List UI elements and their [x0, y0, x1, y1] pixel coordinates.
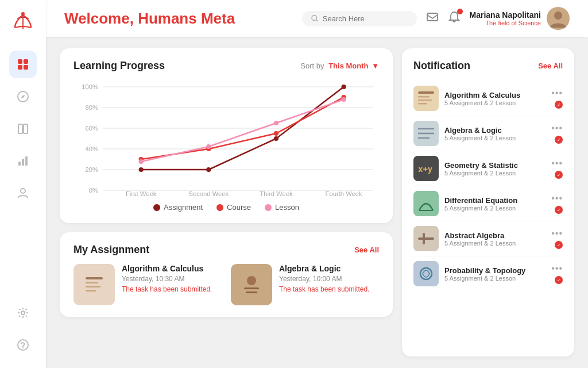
- learning-progress-card: Learning Progress Sort by This Month ▼: [60, 48, 393, 223]
- assignment-thumb-1: [231, 264, 272, 305]
- svg-point-1: [21, 12, 25, 16]
- svg-text:40%: 40%: [85, 145, 98, 152]
- notif-menu-icon-1[interactable]: •••: [551, 123, 563, 133]
- sidebar-item-analytics[interactable]: [9, 147, 37, 175]
- sidebar-item-help[interactable]: [9, 331, 37, 359]
- sidebar-item-settings[interactable]: [9, 299, 37, 327]
- svg-rect-63: [413, 261, 439, 286]
- sidebar-item-library[interactable]: [9, 115, 37, 143]
- legend-label-assignment: Assignment: [164, 203, 203, 212]
- svg-point-15: [18, 340, 28, 350]
- notif-actions-2: •••: [551, 158, 563, 179]
- notifications-icon[interactable]: [448, 11, 461, 26]
- lesson-line: [141, 99, 344, 162]
- assignment-status-0: The task has been submitted.: [122, 285, 212, 293]
- notif-info-0: Algorithm & Calculus 5 Assignment & 2 Le…: [444, 91, 546, 106]
- notif-name-3: Differential Equation: [444, 196, 546, 205]
- svg-rect-46: [246, 292, 257, 293]
- svg-text:100%: 100%: [82, 83, 98, 90]
- notif-item-1[interactable]: Algebra & Logic 5 Assignment & 2 Lesson …: [413, 116, 563, 151]
- assignment-title: My Assignment: [74, 244, 149, 256]
- assignment-item-0: Algorithm & Calculus Yesterday, 10:30 AM…: [74, 264, 222, 305]
- assignment-dot: [274, 136, 278, 141]
- svg-text:Second Week: Second Week: [188, 190, 229, 196]
- assignment-dot: [206, 167, 211, 172]
- notif-info-1: Algebra & Logic 5 Assignment & 2 Lesson: [444, 126, 546, 141]
- svg-rect-39: [86, 277, 103, 279]
- svg-rect-51: [418, 103, 427, 105]
- svg-point-44: [247, 276, 256, 285]
- left-panel: Learning Progress Sort by This Month ▼: [60, 48, 393, 356]
- notif-sub-2: 5 Assignment & 2 Lesson: [444, 170, 546, 177]
- lesson-dot: [206, 144, 211, 149]
- search-input[interactable]: [323, 14, 408, 23]
- legend-course: Course: [216, 203, 251, 212]
- notif-name-0: Algorithm & Calculus: [444, 91, 546, 99]
- sidebar-item-explore[interactable]: [9, 83, 37, 110]
- notif-actions-4: •••: [551, 228, 563, 249]
- notif-menu-icon-2[interactable]: •••: [551, 158, 563, 168]
- header: Welcome, Humans Meta: [46, 0, 588, 37]
- sort-value[interactable]: This Month: [328, 62, 368, 70]
- notif-status-icon-2: [555, 171, 563, 179]
- svg-text:20%: 20%: [85, 166, 98, 173]
- user-role: The field of Science: [470, 20, 541, 26]
- sidebar-item-dashboard[interactable]: [9, 51, 37, 78]
- assignment-see-all[interactable]: See All: [354, 246, 379, 254]
- assignment-header: My Assignment See All: [74, 244, 379, 256]
- welcome-text: Welcome,: [64, 10, 138, 27]
- notif-status-icon-3: [555, 206, 563, 214]
- notif-thumb-4: [413, 226, 439, 251]
- notification-title: Notification: [413, 60, 470, 72]
- sidebar: [0, 0, 46, 368]
- lesson-dot: [274, 121, 278, 125]
- notif-sub-4: 5 Assignment & 2 Lesson: [444, 240, 546, 247]
- legend-label-lesson: Lesson: [275, 203, 299, 212]
- svg-point-21: [554, 12, 562, 20]
- notif-item-2[interactable]: x+y Geometry & Statistic 5 Assignment & …: [413, 151, 563, 186]
- notif-item-0[interactable]: Algorithm & Calculus 5 Assignment & 2 Le…: [413, 81, 563, 116]
- svg-text:Fourth Week: Fourth Week: [326, 190, 363, 196]
- notif-thumb-1: [413, 121, 439, 146]
- messages-icon[interactable]: [426, 11, 439, 26]
- sort-chevron-icon: ▼: [372, 62, 379, 70]
- svg-text:x+y: x+y: [418, 164, 433, 174]
- notif-name-5: Probability & Topology: [444, 266, 546, 275]
- notif-menu-icon-3[interactable]: •••: [551, 193, 563, 204]
- notif-status-icon-4: [555, 241, 563, 249]
- notif-item-5[interactable]: Probability & Topology 5 Assignment & 2 …: [413, 256, 563, 291]
- notif-name-2: Geometry & Statistic: [444, 161, 546, 170]
- assignment-info-1: Algebra & Logic Yesterday, 10:00 AM The …: [279, 264, 369, 293]
- header-icons: [426, 11, 461, 26]
- assignment-grid: Algorithm & Calculus Yesterday, 10:30 AM…: [74, 264, 379, 305]
- chart-legend: Assignment Course Lesson: [74, 203, 379, 212]
- svg-rect-61: [418, 237, 434, 240]
- notif-menu-icon-4[interactable]: •••: [551, 228, 563, 239]
- svg-text:Third Week: Third Week: [260, 190, 293, 196]
- svg-rect-47: [413, 86, 439, 111]
- assignment-name-1: Algebra & Logic: [279, 264, 369, 273]
- notif-info-4: Abstract Algebra 5 Assignment & 2 Lesson: [444, 231, 546, 247]
- notification-see-all[interactable]: See All: [538, 62, 563, 70]
- avatar[interactable]: [547, 7, 570, 30]
- svg-rect-42: [86, 290, 96, 292]
- svg-rect-10: [18, 162, 21, 166]
- sidebar-bottom: [9, 299, 37, 359]
- notif-menu-icon-0[interactable]: •••: [551, 88, 563, 98]
- svg-rect-38: [80, 270, 109, 299]
- notif-menu-icon-5[interactable]: •••: [551, 263, 563, 274]
- notif-status-icon-1: [555, 136, 563, 144]
- search-bar[interactable]: [302, 11, 417, 26]
- notif-thumb-2: x+y: [413, 156, 439, 181]
- legend-assignment: Assignment: [153, 203, 203, 212]
- legend-label-course: Course: [227, 203, 251, 212]
- notif-actions-3: •••: [551, 193, 563, 214]
- svg-point-13: [21, 189, 25, 193]
- assignment-dot: [342, 85, 346, 89]
- assignment-time-1: Yesterday, 10:00 AM: [279, 275, 369, 283]
- user-info: Mariana Napolitani The field of Science: [470, 7, 570, 30]
- svg-rect-41: [86, 286, 100, 288]
- sidebar-item-profile[interactable]: [9, 179, 37, 207]
- notif-item-4[interactable]: Abstract Algebra 5 Assignment & 2 Lesson…: [413, 221, 563, 256]
- notif-item-3[interactable]: Differential Equation 5 Assignment & 2 L…: [413, 186, 563, 221]
